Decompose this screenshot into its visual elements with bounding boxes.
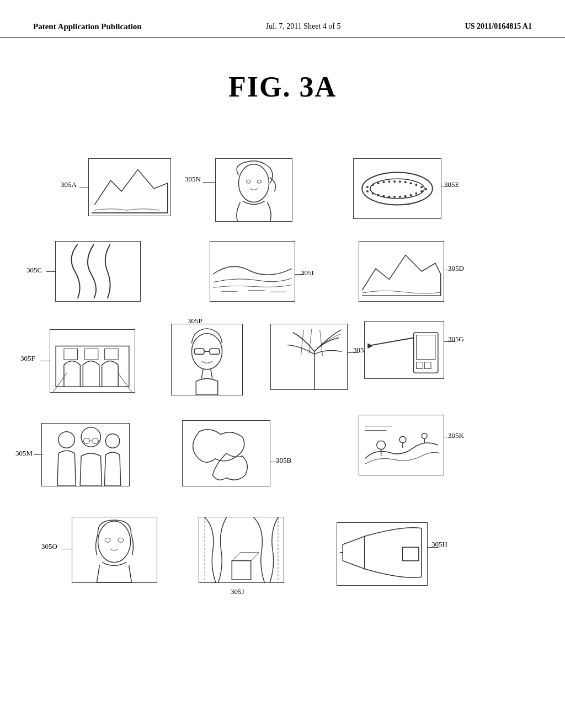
label-305C: 305C — [26, 266, 42, 275]
image-305K — [359, 415, 444, 475]
svg-point-20 — [425, 188, 427, 190]
image-305L — [270, 324, 348, 390]
image-305P — [171, 324, 243, 395]
svg-point-12 — [382, 181, 385, 183]
svg-rect-64 — [42, 424, 129, 486]
label-305N: 305N — [185, 175, 201, 184]
sheet-info: Jul. 7, 2011 Sheet 4 of 5 — [266, 22, 341, 31]
label-305E: 305E — [444, 180, 459, 189]
image-305A — [88, 158, 171, 216]
svg-rect-57 — [365, 322, 443, 378]
svg-point-23 — [377, 194, 380, 196]
image-305M — [41, 423, 130, 486]
label-305P: 305P — [188, 317, 202, 325]
label-305D: 305D — [448, 264, 464, 273]
image-305O — [72, 517, 157, 583]
svg-point-17 — [410, 182, 412, 184]
svg-point-16 — [404, 181, 407, 183]
svg-point-26 — [393, 196, 396, 198]
label-305F: 305F — [20, 354, 35, 363]
image-305N — [215, 158, 292, 222]
image-305B — [182, 420, 270, 486]
image-305J — [199, 517, 284, 583]
image-305F — [50, 329, 135, 393]
svg-point-30 — [415, 192, 417, 195]
svg-rect-52 — [271, 324, 347, 389]
svg-point-22 — [372, 192, 374, 195]
diagram-area: 305A 305N — [0, 114, 565, 693]
image-305G — [364, 321, 444, 379]
svg-rect-6 — [354, 159, 440, 218]
svg-point-18 — [415, 184, 417, 186]
svg-rect-81 — [72, 517, 156, 582]
svg-rect-72 — [359, 415, 443, 475]
image-305D — [359, 241, 444, 302]
image-305H — [337, 522, 428, 586]
svg-point-19 — [420, 186, 423, 188]
svg-point-29 — [410, 194, 412, 196]
publication-label: Patent Application Publication — [33, 22, 142, 31]
svg-rect-37 — [359, 242, 443, 301]
svg-point-24 — [382, 195, 385, 197]
image-305I — [210, 241, 295, 302]
svg-point-27 — [399, 196, 401, 198]
svg-point-13 — [388, 180, 390, 183]
image-305C — [55, 241, 141, 302]
figure-title: FIG. 3A — [0, 71, 565, 103]
svg-rect-32 — [56, 242, 140, 301]
label-305B: 305B — [276, 456, 291, 465]
label-305I: 305I — [301, 269, 314, 277]
label-305G: 305G — [448, 335, 464, 344]
image-305E — [353, 158, 441, 219]
svg-rect-85 — [199, 517, 283, 582]
label-305M: 305M — [15, 449, 33, 458]
svg-point-10 — [372, 184, 374, 186]
svg-point-9 — [366, 186, 369, 188]
label-305O: 305O — [41, 542, 57, 551]
svg-point-15 — [399, 180, 401, 183]
label-305K: 305K — [448, 431, 464, 440]
patent-number: US 2011/0164815 A1 — [465, 22, 532, 31]
label-305A: 305A — [61, 180, 77, 189]
svg-point-14 — [393, 180, 396, 183]
svg-point-25 — [388, 196, 390, 198]
label-305J: 305J — [231, 587, 244, 596]
svg-point-31 — [420, 190, 423, 192]
svg-point-21 — [366, 190, 369, 192]
svg-rect-45 — [172, 324, 242, 395]
svg-point-11 — [377, 182, 380, 184]
svg-point-28 — [404, 195, 407, 197]
svg-rect-33 — [210, 242, 294, 301]
page-header: Patent Application Publication Jul. 7, 2… — [0, 0, 565, 38]
